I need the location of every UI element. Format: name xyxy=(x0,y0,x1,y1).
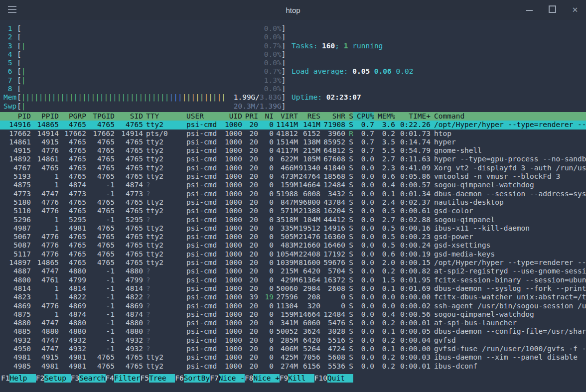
process-row[interactable]: 148614915476547654765tty2psi-cmd10002001… xyxy=(0,138,586,146)
process-row[interactable]: 50674776476547654765tty2psi-cmd100020050… xyxy=(0,233,586,241)
column-header-uid[interactable]: UID xyxy=(217,112,242,121)
column-header-time[interactable]: TIME+ xyxy=(395,112,431,121)
minimize-button[interactable] xyxy=(525,5,533,14)
menu-icon[interactable] xyxy=(8,6,16,13)
cell-mem: 0.1 xyxy=(374,190,395,198)
process-row[interactable]: 495047474932-14932?psi-cmd1000200406M526… xyxy=(0,345,586,353)
cpu-meter-label: 3 xyxy=(3,42,17,50)
cell-mem: 5.5 xyxy=(374,146,395,155)
cell-mem: 3.5 xyxy=(374,138,395,146)
cell-cmd: dbus-daemon --config-file=/usr/share xyxy=(431,327,586,336)
process-row[interactable]: 488047474880-14880?psi-cmd1000200341M606… xyxy=(0,319,586,327)
process-row[interactable]: 49814915498147654765tty2psi-cmd100020042… xyxy=(0,353,586,362)
maximize-button[interactable] xyxy=(548,5,556,15)
cell-tpgid: -1 xyxy=(86,336,115,345)
cell-user: psi-cmd xyxy=(186,121,217,129)
fkey-f5[interactable]: F5Tree xyxy=(140,374,175,383)
close-button[interactable]: ✕ xyxy=(571,5,579,14)
cell-res: 215M xyxy=(298,146,320,155)
column-header-s[interactable]: S xyxy=(345,112,353,121)
process-row[interactable]: 49871498147654765tty2psi-cmd1000200335M1… xyxy=(0,224,586,233)
memory-bar-fill: ||||||||||||||||||||||||||||||||||||||||… xyxy=(21,93,226,102)
cell-pgrp: 4822 xyxy=(59,293,86,301)
column-header-shr[interactable]: SHR xyxy=(320,112,345,121)
cell-res: 91340 xyxy=(298,164,320,172)
column-header-res[interactable]: RES xyxy=(298,112,320,121)
process-row[interactable]: 482314822-14822?psi-cmd10003919275962080… xyxy=(0,293,586,301)
column-header-pid[interactable]: PID xyxy=(3,112,31,121)
column-header-cmd[interactable]: Command xyxy=(431,112,586,121)
cell-cmd: gsd-power xyxy=(431,233,586,241)
process-row[interactable]: 51104776476547654765tty2psi-cmd100020057… xyxy=(0,207,586,215)
cell-pri: 20 xyxy=(242,327,258,336)
column-header-virt[interactable]: VIRT xyxy=(274,112,298,121)
fkey-f6[interactable]: F6SortBy xyxy=(175,374,210,383)
fkey-label: F5 xyxy=(140,374,148,383)
cell-time: 0:11.63 xyxy=(395,155,431,163)
cell-res: 2984 xyxy=(298,284,320,293)
process-row[interactable]: 51804776476547654765tty2psi-cmd100020084… xyxy=(0,198,586,207)
cpu-meter-label: 5 xyxy=(3,59,17,67)
cell-cmd: sogou-qimpanel-watchdog xyxy=(431,310,586,319)
column-header-ppid[interactable]: PPID xyxy=(31,112,59,121)
cell-pgrp: 4773 xyxy=(59,190,86,198)
window-controls: ✕ xyxy=(525,0,579,20)
cell-ppid: 1 xyxy=(31,293,59,301)
process-row[interactable]: 47674765476547654765tty2psi-cmd100020046… xyxy=(0,164,586,172)
fkey-button: Help xyxy=(9,374,35,383)
cell-time: 0:02.37 xyxy=(395,198,431,207)
process-row[interactable]: 481414814-14814?psi-cmd10002005006029842… xyxy=(0,284,586,293)
process-row[interactable]: 486947764869-14869?psi-cmd10002001130432… xyxy=(0,302,586,310)
column-header-tpgid[interactable]: TPGID xyxy=(86,112,115,121)
cell-res: 138M xyxy=(298,138,320,146)
column-header-ni[interactable]: NI xyxy=(258,112,274,121)
cell-ni: 0 xyxy=(258,146,274,155)
cell-tpgid: 4765 xyxy=(86,250,115,259)
process-row[interactable]: 488747474880-14880?psi-cmd1000200215M642… xyxy=(0,267,586,275)
cell-pgrp: 4880 xyxy=(59,267,86,275)
process-row[interactable]: 1489214861476547654765tty2psi-cmd1000200… xyxy=(0,155,586,163)
process-row[interactable]: 1489714865476547654765tty2psi-cmd1000200… xyxy=(0,259,586,267)
process-row[interactable]: 49854981498147654765tty2psi-cmd100020027… xyxy=(0,362,586,371)
process-row[interactable]: 50874776476547654765tty2psi-cmd100020048… xyxy=(0,241,586,250)
cell-mem: 0.1 xyxy=(374,345,395,353)
column-header-pri[interactable]: PRI xyxy=(242,112,258,121)
fkey-f9[interactable]: F9Kill xyxy=(280,374,314,383)
process-row[interactable]: 487514874-14874?psi-cmd1000200159M146641… xyxy=(0,181,586,189)
column-header-user[interactable]: USER xyxy=(186,112,217,121)
cell-ni: 0 xyxy=(258,190,274,198)
cell-res: 208 xyxy=(298,293,320,301)
process-row[interactable]: 487514874-14874?psi-cmd1000200159M146641… xyxy=(0,310,586,319)
cell-s: S xyxy=(345,146,353,155)
fkey-f7[interactable]: F7Nice - xyxy=(210,374,245,383)
cpu-meter-2: 2[0.0%] xyxy=(3,33,291,41)
column-header-cpu[interactable]: CPU% xyxy=(353,112,374,121)
column-header-mem[interactable]: MEM% xyxy=(374,112,395,121)
cell-pid: 4932 xyxy=(3,336,31,345)
column-header-tty[interactable]: TTY xyxy=(143,112,186,121)
fkey-f4[interactable]: F4Filter xyxy=(106,374,141,383)
process-row[interactable]: 529615295-15295?psi-cmd10002003518M104M4… xyxy=(0,216,586,224)
fkey-f3[interactable]: F3Search xyxy=(71,374,106,383)
process-row[interactable]: 51931476547654765tty2psi-cmd1000200473M2… xyxy=(0,172,586,181)
fkey-f2[interactable]: F2Setup xyxy=(36,374,71,383)
cell-pid: 4823 xyxy=(3,293,31,301)
column-header-sid[interactable]: SID xyxy=(115,112,143,121)
process-row[interactable]: 480047614799-14799?psi-cmd1000200429M613… xyxy=(0,276,586,284)
process-row[interactable]: 1766214914176621766214914pts/0psi-cmd100… xyxy=(0,130,586,138)
fkey-f8[interactable]: F8Nice + xyxy=(245,374,280,383)
cell-sid: 4822 xyxy=(115,293,143,301)
cell-tty: tty2 xyxy=(143,146,186,155)
process-row[interactable]: 488548804880-14880?psi-cmd10002005005236… xyxy=(0,327,586,336)
process-row[interactable]: 477347474773-14773?psi-cmd10002005198860… xyxy=(0,190,586,198)
fkey-f10[interactable]: F10Quit xyxy=(314,374,354,383)
process-row[interactable]: 1491614865476547654765tty2psi-cmd1000200… xyxy=(0,121,586,129)
process-row[interactable]: 51174776476547654765tty2psi-cmd100020010… xyxy=(0,250,586,259)
fkey-f1[interactable]: F1Help xyxy=(1,374,36,383)
cell-pgrp: 4981 xyxy=(59,353,86,362)
process-row[interactable]: 49154776476547654765tty2psi-cmd100020041… xyxy=(0,146,586,155)
process-row[interactable]: 493247474932-14932?psi-cmd1000200285M642… xyxy=(0,336,586,345)
cell-time: 0:05.86 xyxy=(395,172,431,181)
column-header-pgrp[interactable]: PGRP xyxy=(59,112,86,121)
cell-res: 6008 xyxy=(298,190,320,198)
